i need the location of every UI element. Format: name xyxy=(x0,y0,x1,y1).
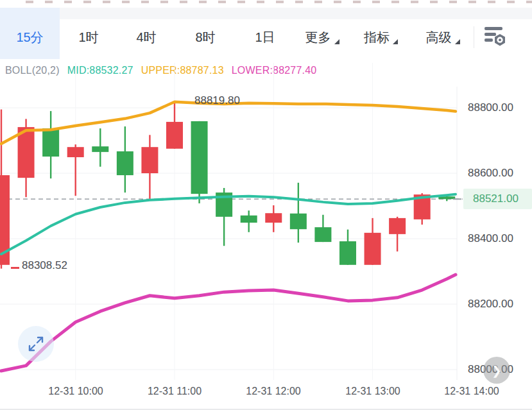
scroll-to-latest-button[interactable]: ❯ xyxy=(483,357,510,384)
boll-upper-line xyxy=(1,102,456,144)
tab-1day[interactable]: 1日 xyxy=(236,8,295,59)
triangle-down-icon xyxy=(334,39,339,44)
candle-body xyxy=(117,151,133,175)
indicator-settings-button[interactable] xyxy=(474,8,515,59)
tab-1hour-label: 1时 xyxy=(78,29,98,46)
menu-more[interactable]: 更多 xyxy=(295,8,350,59)
chart-toolbar: 15分 1时 4时 8时 1日 更多 指标 高级 xyxy=(0,8,532,59)
low-price-label: 88308.52 xyxy=(22,259,67,272)
low-tick-mark xyxy=(11,267,19,269)
menu-indicators[interactable]: 指标 xyxy=(350,8,412,59)
y-axis-tick: 88200.00 xyxy=(468,298,532,311)
menu-indicators-label: 指标 xyxy=(364,29,390,46)
y-axis-tick: 88800.00 xyxy=(468,101,532,114)
triangle-down-icon xyxy=(393,39,398,44)
menu-advanced[interactable]: 高级 xyxy=(412,8,474,59)
candle-body xyxy=(314,227,331,242)
candle-body xyxy=(141,147,158,173)
indicator-list-gear-icon xyxy=(481,26,508,49)
candle-body xyxy=(265,213,282,223)
cutoff-text-strip xyxy=(0,0,532,8)
candle-body xyxy=(166,122,183,149)
menu-more-label: 更多 xyxy=(305,29,331,46)
fullscreen-expand-button[interactable] xyxy=(18,326,54,362)
tab-8hour-label: 8时 xyxy=(195,29,215,46)
expand-arrows-icon xyxy=(25,333,47,355)
high-price-label: 88819.80 xyxy=(194,94,240,107)
candle-body xyxy=(42,128,59,157)
boll-lower-line xyxy=(1,275,456,371)
tab-4hour-label: 4时 xyxy=(136,29,156,46)
current-price-value: 88521.00 xyxy=(473,192,519,205)
candle-body xyxy=(339,241,356,265)
tab-15min[interactable]: 15分 xyxy=(0,8,60,59)
x-axis-label: 12-31 13:00 xyxy=(338,386,408,397)
x-axis-label: 12-31 14:00 xyxy=(436,386,507,397)
current-price-badge: 88521.00 xyxy=(463,189,532,209)
candle-body xyxy=(241,216,257,223)
y-axis-tick: 88600.00 xyxy=(468,167,532,180)
candle-body xyxy=(67,147,84,157)
candlestick-chart[interactable] xyxy=(0,59,532,410)
tab-1hour[interactable]: 1时 xyxy=(60,8,117,59)
kline-trading-screen: 15分 1时 4时 8时 1日 更多 指标 高级 xyxy=(0,0,532,410)
candle-body xyxy=(191,121,208,194)
x-axis-label: 12-31 12:00 xyxy=(238,386,309,397)
candle-body xyxy=(365,233,381,265)
tab-1day-label: 1日 xyxy=(255,29,275,46)
menu-advanced-label: 高级 xyxy=(426,29,452,46)
candle-body xyxy=(389,218,406,234)
candle-body xyxy=(290,214,307,229)
triangle-down-icon xyxy=(455,39,460,44)
tab-8hour[interactable]: 8时 xyxy=(175,8,236,59)
y-axis-tick: 88400.00 xyxy=(468,232,532,245)
x-axis-label: 12-31 11:00 xyxy=(139,386,210,397)
chevron-right-icon: ❯ xyxy=(492,363,502,378)
tab-15min-label: 15分 xyxy=(16,29,43,46)
x-axis-label: 12-31 10:00 xyxy=(40,386,111,397)
candle-body xyxy=(92,146,108,152)
tab-4hour[interactable]: 4时 xyxy=(117,8,175,59)
